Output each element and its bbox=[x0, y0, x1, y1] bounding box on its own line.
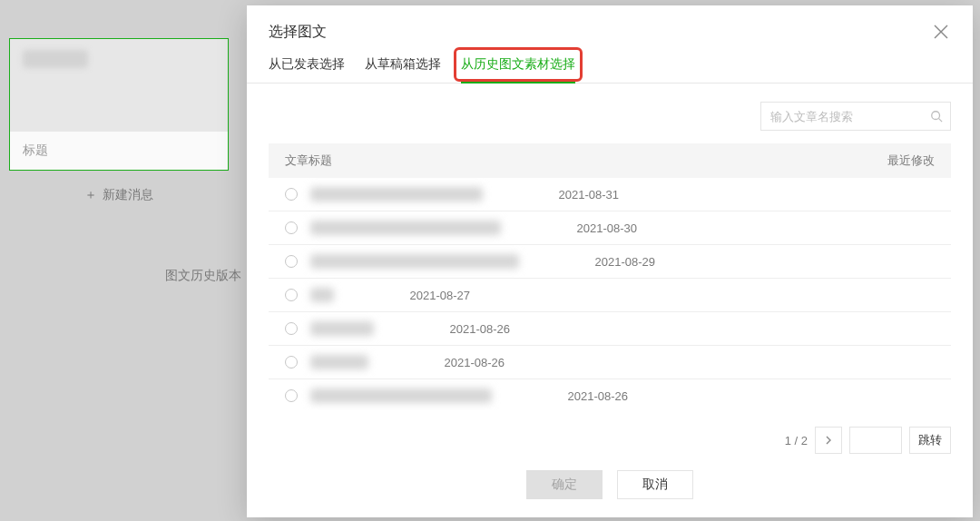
table-row[interactable]: 2021-08-26 bbox=[269, 312, 951, 346]
radio-icon[interactable] bbox=[285, 322, 298, 335]
search-input[interactable] bbox=[770, 110, 930, 123]
row-date: 2021-08-26 bbox=[401, 322, 510, 336]
article-table: 文章标题 最近修改 2021-08-312021-08-302021-08-29… bbox=[247, 143, 973, 410]
close-icon[interactable] bbox=[931, 22, 951, 42]
th-modified-date: 最近修改 bbox=[826, 152, 935, 169]
table-header: 文章标题 最近修改 bbox=[269, 143, 951, 178]
radio-icon[interactable] bbox=[285, 255, 298, 268]
search-row bbox=[247, 84, 973, 143]
table-body: 2021-08-312021-08-302021-08-292021-08-27… bbox=[269, 178, 951, 410]
chevron-right-icon bbox=[825, 436, 832, 445]
cancel-button[interactable]: 取消 bbox=[617, 470, 693, 499]
radio-icon[interactable] bbox=[285, 289, 298, 301]
row-date: 2021-08-29 bbox=[546, 255, 655, 269]
row-title-blurred bbox=[310, 288, 334, 302]
row-date: 2021-08-30 bbox=[528, 221, 637, 235]
row-date: 2021-08-31 bbox=[510, 188, 619, 202]
pagination: 1 / 2 跳转 bbox=[247, 410, 973, 454]
modal-footer: 确定 取消 bbox=[247, 454, 973, 517]
tab-0[interactable]: 从已发表选择 bbox=[269, 56, 345, 83]
confirm-button[interactable]: 确定 bbox=[526, 470, 603, 499]
row-date: 2021-08-27 bbox=[361, 289, 470, 302]
search-box[interactable] bbox=[760, 102, 951, 131]
row-date: 2021-08-26 bbox=[396, 356, 505, 369]
radio-icon[interactable] bbox=[285, 389, 298, 402]
row-title-blurred bbox=[310, 355, 368, 369]
bg-article-card: 标题 bbox=[9, 38, 229, 171]
table-row[interactable]: 2021-08-30 bbox=[269, 211, 951, 245]
row-title-blurred bbox=[310, 321, 374, 336]
bg-card-title-label: 标题 bbox=[10, 132, 228, 170]
table-row[interactable]: 2021-08-26 bbox=[269, 346, 951, 379]
plus-icon: ＋ bbox=[84, 187, 97, 203]
th-article-title: 文章标题 bbox=[285, 152, 826, 169]
bg-card-blur-label bbox=[23, 50, 88, 68]
svg-line-3 bbox=[939, 119, 943, 123]
tabs: 从已发表选择从草稿箱选择从历史图文素材选择 bbox=[247, 42, 973, 84]
select-article-modal: 选择图文 从已发表选择从草稿箱选择从历史图文素材选择 文章标题 最近修改 202… bbox=[247, 5, 973, 517]
radio-icon[interactable] bbox=[285, 221, 298, 234]
bg-history-label: 图文历史版本 bbox=[165, 268, 241, 284]
page-indicator: 1 / 2 bbox=[785, 434, 808, 447]
table-row[interactable]: 2021-08-26 bbox=[269, 379, 951, 410]
page-input[interactable] bbox=[849, 427, 902, 454]
bg-new-message-label: 新建消息 bbox=[103, 187, 153, 203]
table-row[interactable]: 2021-08-29 bbox=[269, 245, 951, 279]
row-title-blurred bbox=[310, 254, 519, 269]
table-row[interactable]: 2021-08-31 bbox=[269, 178, 951, 211]
bg-new-message-button: ＋ 新建消息 bbox=[9, 171, 229, 220]
row-date: 2021-08-26 bbox=[519, 389, 628, 403]
row-title-blurred bbox=[310, 187, 483, 202]
modal-header: 选择图文 bbox=[247, 5, 973, 42]
bg-sidebar-panel: 标题 ＋ 新建消息 bbox=[9, 38, 229, 220]
svg-point-2 bbox=[932, 112, 940, 120]
table-row[interactable]: 2021-08-27 bbox=[269, 279, 951, 312]
bg-card-cover bbox=[10, 39, 228, 132]
radio-icon[interactable] bbox=[285, 356, 298, 369]
row-title-blurred bbox=[310, 388, 492, 403]
tab-1[interactable]: 从草稿箱选择 bbox=[365, 56, 441, 83]
tab-2[interactable]: 从历史图文素材选择 bbox=[461, 56, 575, 84]
row-title-blurred bbox=[310, 221, 501, 235]
page-jump-button[interactable]: 跳转 bbox=[909, 427, 951, 454]
page-next-button[interactable] bbox=[815, 427, 842, 454]
modal-title: 选择图文 bbox=[269, 23, 327, 42]
radio-icon[interactable] bbox=[285, 188, 298, 201]
search-icon[interactable] bbox=[930, 110, 943, 123]
